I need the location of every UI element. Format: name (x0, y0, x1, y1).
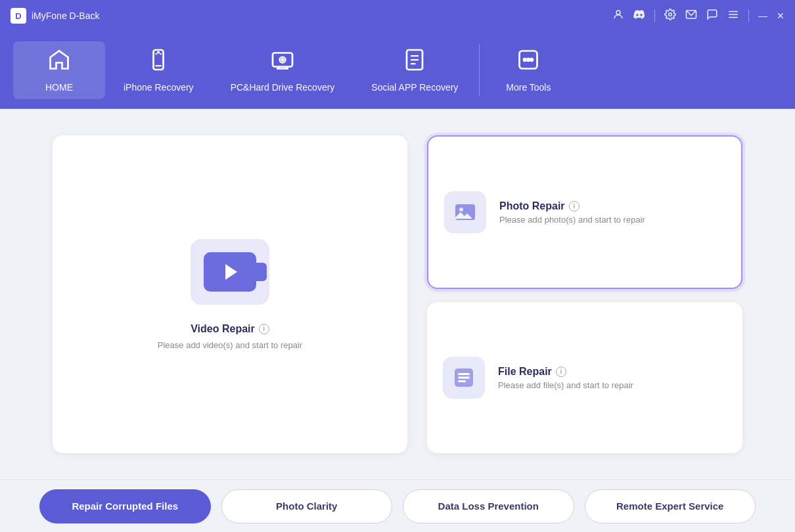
nav-label-iphone: iPhone Recovery (124, 82, 194, 93)
video-repair-info[interactable]: i (259, 324, 269, 334)
file-repair-desc: Please add file(s) and start to repair (498, 380, 633, 390)
svg-point-14 (528, 58, 530, 61)
photo-repair-card[interactable]: Photo Repair i Please add photo(s) and s… (427, 135, 742, 289)
mail-icon[interactable] (685, 9, 697, 23)
more-icon (516, 48, 540, 77)
video-repair-card[interactable]: Video Repair i Please add video(s) and s… (53, 135, 407, 453)
svg-point-7 (158, 52, 160, 53)
svg-point-15 (531, 58, 534, 61)
social-icon (403, 48, 426, 77)
nav-item-social[interactable]: Social APP Recovery (353, 41, 476, 99)
svg-point-0 (616, 11, 620, 14)
main-content: Video Repair i Please add video(s) and s… (0, 109, 795, 479)
svg-rect-22 (458, 377, 470, 379)
video-icon (204, 252, 256, 292)
bottom-tabs: Repair Corrupted Files Photo Clarity Dat… (0, 479, 795, 532)
nav-item-pc[interactable]: PC&Hard Drive Recovery (212, 41, 353, 99)
pc-icon (271, 48, 294, 77)
title-bar: D iMyFone D-Back (0, 0, 795, 32)
file-icon-wrap (443, 357, 485, 399)
iphone-icon (147, 48, 170, 77)
photo-repair-desc: Please add photo(s) and start to repair (499, 215, 645, 225)
file-repair-title: File Repair i (498, 366, 633, 378)
nav-label-more: More Tools (506, 82, 551, 93)
photo-icon (453, 200, 477, 224)
menu-icon[interactable] (727, 9, 739, 23)
nav-label-social: Social APP Recovery (371, 82, 458, 93)
user-icon[interactable] (612, 9, 624, 23)
photo-icon-wrap (444, 191, 486, 233)
chat-icon[interactable] (706, 9, 718, 23)
nav-divider (479, 44, 480, 97)
video-icon-wrap (191, 239, 269, 305)
file-repair-info[interactable]: i (556, 366, 566, 377)
svg-point-18 (459, 208, 463, 211)
video-repair-title: Video Repair i (191, 323, 269, 335)
divider (654, 9, 655, 22)
repair-corrupted-button[interactable]: Repair Corrupted Files (39, 489, 211, 523)
home-icon (47, 48, 71, 77)
svg-rect-21 (458, 373, 470, 375)
nav-item-home[interactable]: HOME (13, 41, 105, 99)
data-loss-button[interactable]: Data Loss Prevention (403, 489, 574, 523)
file-repair-card[interactable]: File Repair i Please add file(s) and sta… (427, 302, 742, 453)
remote-expert-button[interactable]: Remote Expert Service (585, 489, 756, 523)
photo-repair-text: Photo Repair i Please add photo(s) and s… (499, 200, 645, 225)
nav-bar: HOME iPhone Recovery PC&Hard Drive Recov… (0, 32, 795, 109)
close-button[interactable]: ✕ (777, 11, 784, 21)
video-repair-desc: Please add video(s) and start to repair (158, 340, 302, 350)
photo-repair-info[interactable]: i (569, 201, 579, 211)
file-icon (452, 366, 476, 389)
file-repair-text: File Repair i Please add file(s) and sta… (498, 366, 633, 390)
win-divider (748, 9, 749, 22)
minimize-button[interactable]: — (758, 11, 767, 21)
svg-point-1 (669, 13, 672, 16)
right-cards: Photo Repair i Please add photo(s) and s… (427, 135, 742, 453)
app-logo: D (11, 8, 26, 24)
photo-repair-title: Photo Repair i (499, 200, 645, 212)
svg-rect-23 (458, 380, 466, 382)
camera-bump (256, 263, 267, 281)
svg-point-10 (281, 58, 283, 60)
settings-icon[interactable] (664, 9, 676, 23)
svg-point-13 (524, 58, 526, 61)
nav-item-more[interactable]: More Tools (482, 41, 574, 99)
nav-item-iphone[interactable]: iPhone Recovery (105, 41, 212, 99)
photo-clarity-button[interactable]: Photo Clarity (221, 489, 393, 523)
discord-icon[interactable] (633, 9, 645, 23)
app-name: iMyFone D-Back (32, 11, 612, 21)
title-bar-controls: — ✕ (612, 9, 784, 23)
nav-label-home: HOME (45, 82, 73, 93)
nav-label-pc: PC&Hard Drive Recovery (231, 82, 335, 93)
